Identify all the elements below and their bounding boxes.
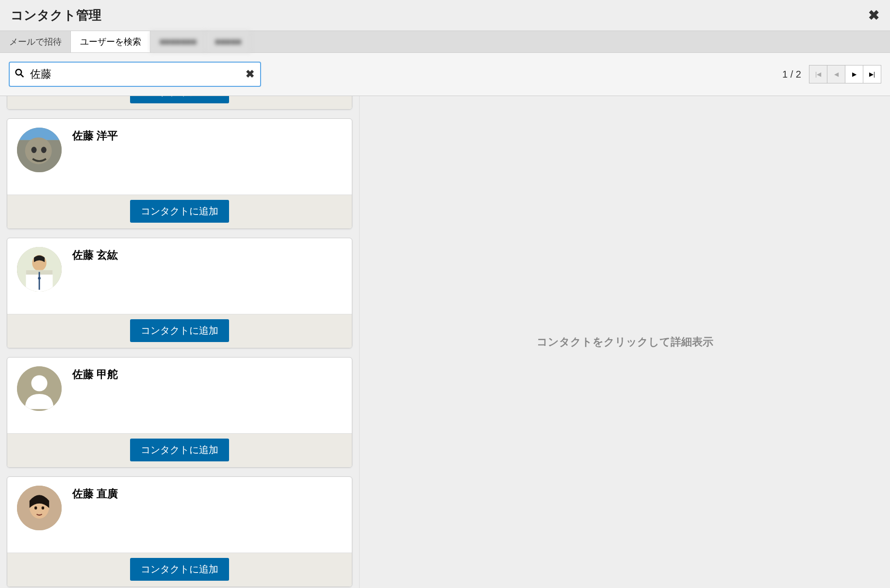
toolbar: ✖ 1 / 2 |◀ ◀ ▶ ▶| xyxy=(0,53,890,96)
detail-placeholder: コンタクトをクリックして詳細表示 xyxy=(537,335,713,349)
pager: 1 / 2 |◀ ◀ ▶ ▶| xyxy=(782,65,881,83)
result-card[interactable]: 佐藤 甲舵 コンタクトに追加 xyxy=(7,357,352,468)
result-card[interactable]: 佐藤 洋平 コンタクトに追加 xyxy=(7,118,352,229)
contact-management-modal: コンタクト管理 ✖ メールで招待 ユーザーを検索 ■■■■■■■ ■■■■■ ✖… xyxy=(0,0,890,588)
add-contact-button[interactable]: コンタクトに追加 xyxy=(130,319,229,342)
result-card[interactable]: 佐藤 玄紘 コンタクトに追加 xyxy=(7,238,352,348)
pager-label: 1 / 2 xyxy=(782,69,801,80)
card-main: 佐藤 洋平 xyxy=(7,119,352,195)
clear-search-icon[interactable]: ✖ xyxy=(246,68,254,81)
svg-point-15 xyxy=(31,375,47,391)
pager-prev-button: ◀ xyxy=(827,65,845,83)
pager-last-button[interactable]: ▶| xyxy=(863,65,881,83)
pager-first-button: |◀ xyxy=(809,65,827,83)
pager-next-button[interactable]: ▶ xyxy=(845,65,863,83)
results-scroll[interactable]: コンタクトに追加 xyxy=(0,96,359,588)
card-footer: コンタクトに追加 xyxy=(7,195,352,229)
result-card[interactable]: コンタクトに追加 xyxy=(7,96,352,110)
body: コンタクトに追加 xyxy=(0,96,890,588)
search-wrap: ✖ xyxy=(9,62,261,87)
add-contact-button[interactable]: コンタクトに追加 xyxy=(130,439,229,461)
add-contact-button[interactable]: コンタクトに追加 xyxy=(130,96,229,103)
tab-invite-by-mail[interactable]: メールで招待 xyxy=(0,31,71,52)
avatar xyxy=(17,486,62,530)
result-name: 佐藤 洋平 xyxy=(72,129,118,143)
svg-point-6 xyxy=(41,147,47,153)
svg-point-5 xyxy=(31,147,36,153)
svg-point-13 xyxy=(38,277,41,280)
close-icon[interactable]: ✖ xyxy=(868,9,879,22)
card-footer: コンタクトに追加 xyxy=(7,314,352,348)
tab-redacted-b[interactable]: ■■■■■ xyxy=(206,31,250,52)
card-footer: コンタクトに追加 xyxy=(7,553,352,587)
tab-search-users[interactable]: ユーザーを検索 xyxy=(71,31,150,52)
svg-point-18 xyxy=(34,506,37,509)
avatar xyxy=(17,247,62,292)
tabs: メールで招待 ユーザーを検索 ■■■■■■■ ■■■■■ xyxy=(0,31,890,53)
card-footer: コンタクトに追加 xyxy=(7,433,352,467)
titlebar: コンタクト管理 ✖ xyxy=(0,0,890,31)
card-main: 佐藤 玄紘 xyxy=(7,238,352,314)
svg-point-19 xyxy=(42,506,45,509)
avatar xyxy=(17,128,62,172)
search-input[interactable] xyxy=(9,62,261,87)
add-contact-button[interactable]: コンタクトに追加 xyxy=(130,200,229,223)
page-title: コンタクト管理 xyxy=(11,7,101,24)
result-card[interactable]: 佐藤 直廣 コンタクトに追加 xyxy=(7,476,352,587)
result-name: 佐藤 直廣 xyxy=(72,487,118,501)
results-column: コンタクトに追加 xyxy=(0,96,359,588)
detail-column: コンタクトをクリックして詳細表示 xyxy=(359,96,890,588)
card-footer: コンタクトに追加 xyxy=(7,96,352,109)
avatar xyxy=(17,366,62,411)
svg-rect-9 xyxy=(20,247,59,255)
add-contact-button[interactable]: コンタクトに追加 xyxy=(130,558,229,581)
tab-redacted-a[interactable]: ■■■■■■■ xyxy=(150,31,206,52)
result-name: 佐藤 玄紘 xyxy=(72,248,118,262)
result-name: 佐藤 甲舵 xyxy=(72,367,118,382)
card-main: 佐藤 甲舵 xyxy=(7,358,352,433)
card-main: 佐藤 直廣 xyxy=(7,477,352,553)
